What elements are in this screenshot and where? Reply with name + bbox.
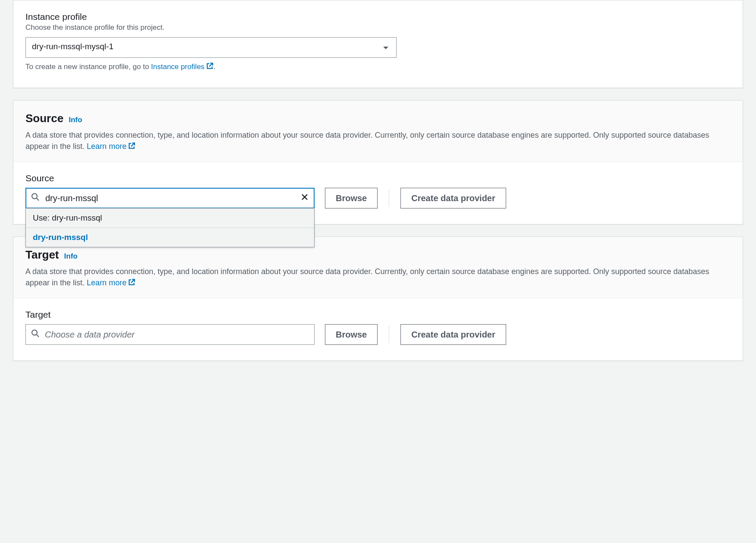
target-info-link[interactable]: Info [64, 252, 78, 261]
source-search-wrap: Use: dry-run-mssql dry-run-mssql [25, 188, 315, 208]
target-field-label: Target [25, 309, 731, 320]
target-input-area: Browse Create data provider [25, 324, 731, 345]
target-search-input[interactable] [25, 324, 315, 345]
external-link-icon [128, 278, 135, 289]
source-panel: Source Info A data store that provides c… [13, 100, 743, 224]
target-input-row: Browse Create data provider [25, 324, 731, 345]
instance-profiles-link[interactable]: Instance profiles [151, 63, 214, 71]
source-dropdown: Use: dry-run-mssql dry-run-mssql [25, 208, 315, 247]
instance-profile-select-wrap: dry-run-mssql-mysql-1 [25, 37, 397, 58]
instance-profile-label: Instance profile [25, 12, 731, 22]
clear-icon[interactable] [300, 193, 309, 204]
target-title: Target [25, 248, 59, 262]
source-input-area: Use: dry-run-mssql dry-run-mssql Browse … [25, 188, 731, 208]
separator [389, 189, 389, 207]
target-description: A data store that provides connection, t… [25, 266, 731, 289]
instance-profile-body: Instance profile Choose the instance pro… [13, 0, 743, 88]
source-search-input[interactable] [25, 188, 315, 208]
source-panel-header: Source Info A data store that provides c… [13, 101, 743, 162]
target-title-row: Target Info [25, 248, 731, 262]
external-link-icon [206, 62, 214, 72]
source-input-row: Use: dry-run-mssql dry-run-mssql Browse … [25, 188, 731, 208]
source-browse-button[interactable]: Browse [325, 188, 378, 208]
external-link-icon [128, 142, 135, 153]
source-description: A data store that provides connection, t… [25, 129, 731, 153]
source-title: Source [25, 112, 63, 125]
source-field-label: Source [25, 173, 731, 183]
helper-suffix: . [214, 63, 216, 71]
target-learn-more-link[interactable]: Learn more [87, 278, 135, 287]
source-create-data-provider-button[interactable]: Create data provider [400, 188, 506, 208]
source-panel-body: Source Use: dry-run-mssql dry-run-mssql [13, 162, 743, 224]
instance-profile-panel: Instance profile Choose the instance pro… [13, 0, 743, 88]
target-panel: Target Info A data store that provides c… [13, 237, 743, 361]
separator [389, 326, 389, 343]
source-learn-more-link[interactable]: Learn more [87, 142, 135, 151]
instance-profile-select[interactable]: dry-run-mssql-mysql-1 [25, 37, 397, 58]
target-create-data-provider-button[interactable]: Create data provider [400, 324, 506, 345]
dropdown-option-1[interactable]: dry-run-mssql [26, 228, 314, 247]
dropdown-use-item[interactable]: Use: dry-run-mssql [26, 208, 314, 228]
target-panel-body: Target Browse Create data provider [13, 298, 743, 360]
target-browse-button[interactable]: Browse [325, 324, 378, 345]
helper-prefix: To create a new instance profile, go to [25, 63, 151, 71]
instance-profile-hint: Choose the instance profile for this pro… [25, 23, 731, 32]
source-title-row: Source Info [25, 112, 731, 125]
target-search-wrap [25, 324, 315, 345]
instance-profile-helper: To create a new instance profile, go to … [25, 62, 731, 72]
instance-profile-select-value: dry-run-mssql-mysql-1 [32, 42, 113, 51]
source-info-link[interactable]: Info [69, 116, 82, 124]
